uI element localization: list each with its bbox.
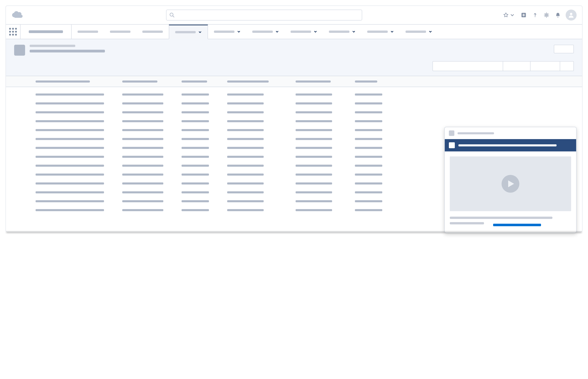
table-row[interactable] (36, 94, 582, 95)
cell-value (355, 165, 382, 167)
guidance-header-icon (449, 130, 454, 136)
guidance-link[interactable] (493, 224, 541, 226)
cell-value (182, 138, 209, 140)
nav-tab-label (367, 31, 388, 33)
setup-gear-icon[interactable] (543, 11, 550, 19)
cell-value (355, 200, 382, 202)
nav-tab-4[interactable] (169, 25, 208, 39)
nav-tab-2[interactable] (104, 25, 136, 39)
table-row[interactable] (36, 102, 582, 104)
cell-value (182, 120, 209, 122)
notification-bell-icon[interactable] (554, 11, 562, 19)
cell-value (122, 111, 163, 113)
cell-value (36, 209, 104, 211)
cell-value (122, 182, 163, 185)
chevron-down-icon (352, 30, 355, 33)
header-action-button[interactable] (554, 45, 574, 53)
guidance-selected-item[interactable] (445, 139, 576, 151)
cell-value (227, 138, 264, 140)
button-group-seg-4[interactable] (560, 61, 574, 71)
cell-value (122, 129, 163, 131)
help-icon[interactable] (531, 11, 539, 19)
cell-value (36, 129, 104, 131)
cell-value (227, 120, 264, 122)
cell-value (122, 156, 163, 158)
cell-value (182, 200, 209, 202)
cell-value (355, 209, 382, 211)
cell-value (296, 165, 332, 167)
nav-tab-label (291, 31, 311, 33)
cell-value (122, 191, 163, 193)
nav-tab-label (214, 31, 235, 33)
cell-value (182, 102, 209, 104)
search-icon (169, 12, 175, 18)
cell-value (122, 102, 163, 104)
cell-value (227, 209, 264, 211)
nav-bar (6, 25, 582, 39)
cell-value (355, 94, 382, 95)
guidance-selected-checkbox-icon (449, 142, 455, 148)
table-row[interactable] (36, 120, 582, 122)
cell-value (182, 209, 209, 211)
chevron-down-icon (390, 30, 394, 33)
col-header-1[interactable] (36, 80, 90, 82)
salesforce-logo[interactable] (11, 11, 26, 19)
cell-value (296, 182, 332, 185)
cell-value (182, 156, 209, 158)
cell-value (36, 102, 104, 104)
guidance-panel (444, 127, 577, 233)
nav-tab-label (175, 31, 196, 33)
cell-value (122, 120, 163, 122)
cell-value (355, 129, 382, 131)
table-row[interactable] (36, 111, 582, 113)
guidance-desc-line-2 (450, 222, 484, 224)
nav-tab-3[interactable] (136, 25, 169, 39)
guidance-panel-header[interactable] (445, 127, 576, 139)
search-input[interactable] (176, 13, 359, 18)
button-group-seg-3[interactable] (530, 61, 560, 71)
nav-tab-5[interactable] (208, 25, 246, 39)
chevron-down-icon (237, 30, 240, 33)
page-header (6, 39, 582, 76)
user-avatar-icon[interactable] (566, 10, 577, 20)
cell-value (355, 138, 382, 140)
cell-value (296, 138, 332, 140)
cell-value (36, 191, 104, 193)
cell-value (227, 165, 264, 167)
cell-value (227, 182, 264, 185)
cell-value (296, 200, 332, 202)
global-search[interactable] (166, 10, 362, 20)
cell-value (355, 111, 382, 113)
global-header (6, 6, 582, 25)
cell-value (36, 138, 104, 140)
nav-tab-9[interactable] (361, 25, 400, 39)
svg-point-4 (546, 14, 547, 16)
cell-value (296, 94, 332, 95)
col-header-6[interactable] (355, 80, 377, 82)
app-name (20, 25, 72, 39)
nav-tab-8[interactable] (323, 25, 361, 39)
play-button[interactable] (502, 175, 519, 193)
cell-value (296, 209, 332, 211)
app-launcher-button[interactable] (6, 25, 20, 39)
col-header-5[interactable] (296, 80, 331, 82)
nav-tab-10[interactable] (400, 25, 438, 39)
button-group-seg-1[interactable] (432, 61, 503, 71)
cell-value (122, 147, 163, 149)
add-to-platform-icon[interactable] (520, 11, 527, 19)
button-group-seg-2[interactable] (503, 61, 530, 71)
nav-tab-1[interactable] (72, 25, 104, 39)
col-header-4[interactable] (227, 80, 269, 82)
col-header-3[interactable] (182, 80, 207, 82)
table-header-row (6, 76, 582, 87)
play-icon (508, 180, 515, 188)
col-header-2[interactable] (122, 80, 157, 82)
favorite-caret-icon[interactable] (509, 11, 516, 19)
object-icon (14, 45, 25, 56)
cell-value (227, 94, 264, 95)
nav-tab-6[interactable] (246, 25, 285, 39)
app-name-label (29, 30, 63, 33)
nav-tab-label (110, 31, 130, 33)
nav-tab-7[interactable] (285, 25, 323, 39)
guidance-video-thumbnail[interactable] (450, 157, 571, 211)
